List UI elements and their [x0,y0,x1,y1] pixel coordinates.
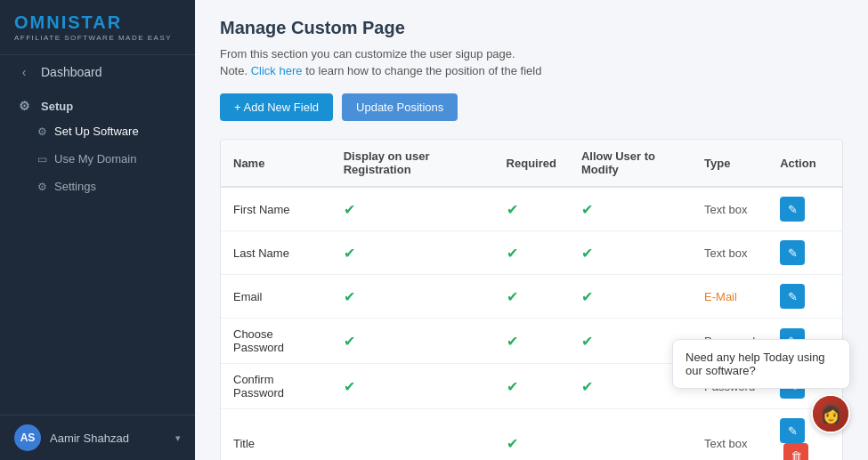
type-label: E-Mail [704,290,737,303]
check-icon: ✔ [581,289,593,304]
table-row: Last Name✔✔✔Text box✎ [221,231,842,275]
col-header-allow-modify: Allow User to Modify [569,140,692,187]
sidebar: OMNISTAR AFFILIATE SOFTWARE MADE EASY ‹ … [0,0,195,460]
cell-display: ✔ [331,231,494,275]
cell-required: ✔ [494,409,569,461]
cell-name: Last Name [221,231,331,275]
logo-title: OMNISTAR [14,12,181,33]
check-icon: ✔ [507,436,518,451]
cell-display: ✔ [331,275,494,319]
use-my-domain-label: Use My Domain [54,152,136,165]
cell-type: Text box [692,231,767,275]
check-icon: ✔ [344,379,355,394]
type-label: Text box [704,246,747,260]
note-suffix: to learn how to change the position of t… [305,64,541,77]
table-header-row: Name Display on user Registration Requir… [221,140,842,187]
cell-required: ✔ [494,231,569,275]
cell-action: ✎ [767,187,842,231]
cell-allow-modify: ✔ [569,275,692,319]
logo-subtitle: AFFILIATE SOFTWARE MADE EASY [14,34,181,42]
toolbar: + Add New Field Update Positions [220,93,843,121]
chat-message: Need any help Today using our software? [685,351,825,377]
cell-action: ✎ [767,275,842,319]
logo-area: OMNISTAR AFFILIATE SOFTWARE MADE EASY [0,0,195,55]
update-positions-button[interactable]: Update Positions [342,93,458,121]
cell-display: ✔ [331,319,494,364]
check-icon: ✔ [344,289,355,304]
check-icon: ✔ [581,379,593,394]
delete-button[interactable]: 🗑 [783,443,808,460]
gear-icon: ⚙ [16,98,32,114]
logo-omni: OMNI [14,12,68,32]
col-header-action: Action [767,140,842,187]
table-row: Email✔✔✔E-Mail✎ [221,275,842,319]
cell-required: ✔ [494,364,569,409]
sidebar-item-dashboard[interactable]: ‹ Dashboard [0,55,195,89]
cell-required: ✔ [494,275,569,319]
check-icon: ✔ [507,246,518,261]
click-here-link[interactable]: Click here [251,64,303,77]
cell-display [331,409,494,461]
page-title: Manage Custom Page [220,18,843,38]
back-arrow-icon: ‹ [16,64,32,80]
sidebar-section-setup[interactable]: ⚙ Setup [0,89,195,117]
check-icon: ✔ [507,202,518,217]
cell-display: ✔ [331,187,494,231]
cell-type: Text box [692,187,767,231]
cell-name: First Name [221,187,331,231]
cell-required: ✔ [494,319,569,364]
check-icon: ✔ [344,246,355,261]
setup-label: Setup [41,100,73,113]
check-icon: ✔ [507,334,518,349]
set-up-software-label: Set Up Software [54,125,139,138]
settings-label: Settings [54,180,96,193]
user-footer[interactable]: AS Aamir Shahzad ▾ [0,415,195,460]
cell-name: Email [221,275,331,319]
sidebar-item-settings[interactable]: ⚙ Settings [0,173,195,200]
col-header-name: Name [221,140,331,187]
user-chevron-icon: ▾ [175,432,181,444]
col-header-type: Type [692,140,767,187]
settings-icon: ⚙ [37,181,47,193]
edit-button[interactable]: ✎ [780,240,805,265]
chat-bubble: Need any help Today using our software? [672,339,850,389]
sidebar-item-use-my-domain[interactable]: ▭ Use My Domain [0,145,195,173]
cell-display: ✔ [331,364,494,409]
avatar: AS [14,424,41,451]
check-icon: ✔ [507,379,518,394]
type-label: Text box [704,203,747,216]
cell-type: E-Mail [692,275,767,319]
type-label: Text box [704,437,747,450]
dashboard-label: Dashboard [41,65,102,79]
logo-star: STAR [68,12,122,32]
edit-button[interactable]: ✎ [780,197,805,222]
cell-allow-modify: ✔ [569,231,692,275]
chat-avatar-image: 👩 [813,394,848,433]
cell-name: Confirm Password [221,364,331,409]
user-name: Aamir Shahzad [50,432,129,445]
page-note: Note. Click here to learn how to change … [220,64,843,77]
check-icon: ✔ [344,334,355,349]
col-header-required: Required [494,140,569,187]
cell-action: ✎ [767,231,842,275]
cell-name: Title [221,409,331,461]
check-icon: ✔ [581,246,593,261]
check-icon: ✔ [581,334,593,349]
sidebar-item-set-up-software[interactable]: ⚙ Set Up Software [0,117,195,145]
cell-name: Choose Password [221,319,331,364]
cell-allow-modify: ✔ [569,187,692,231]
check-icon: ✔ [581,202,593,217]
monitor-icon: ▭ [37,153,47,165]
cog-icon: ⚙ [37,125,47,138]
chat-bubble-wrapper: Need any help Today using our software? … [672,339,850,433]
check-icon: ✔ [507,289,518,304]
edit-button[interactable]: ✎ [780,284,805,309]
page-description: From this section you can customize the … [220,47,843,61]
note-prefix: Note. [220,64,247,77]
check-icon: ✔ [344,202,355,217]
add-new-field-button[interactable]: + Add New Field [220,93,333,121]
table-row: First Name✔✔✔Text box✎ [221,187,842,231]
cell-required: ✔ [494,187,569,231]
chat-avatar[interactable]: 👩 [811,394,850,433]
col-header-display: Display on user Registration [331,140,494,187]
